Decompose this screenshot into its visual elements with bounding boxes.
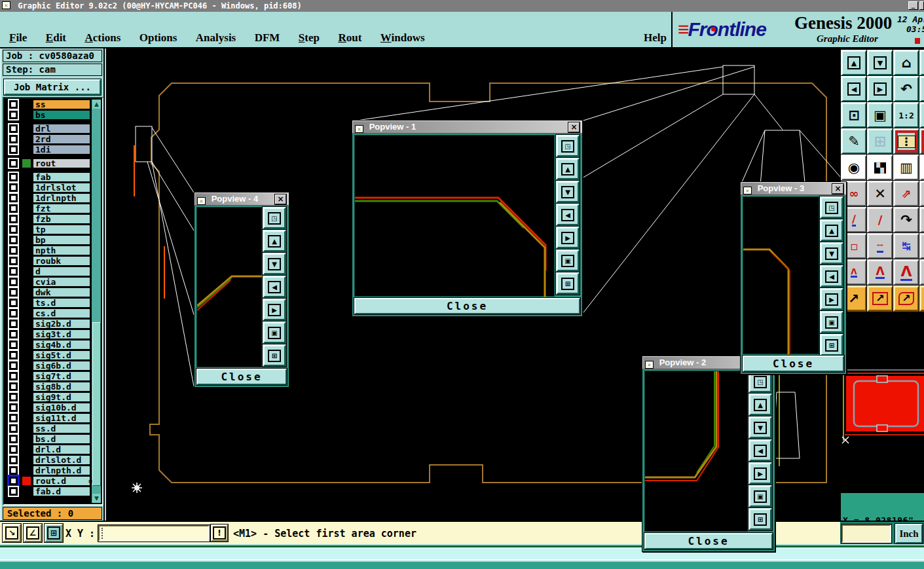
layer-scrollbar[interactable]: ▲ ▼ — [91, 100, 101, 503]
popview-tool-button[interactable]: ◀ — [263, 276, 286, 298]
layer-row[interactable]: 1drlnpth — [4, 193, 92, 204]
layer-row[interactable]: roubk — [4, 256, 92, 266]
layer-label[interactable]: sig10b.d — [33, 403, 90, 413]
popview-tool-button[interactable]: ▲ — [748, 394, 772, 416]
popview-tool-button[interactable]: ◀ — [748, 439, 772, 462]
popview-canvas[interactable] — [743, 196, 819, 354]
layer-label[interactable]: drl.d — [33, 445, 90, 454]
toolbar-button[interactable] — [919, 181, 924, 207]
layer-row[interactable]: sig9t.d — [4, 392, 92, 403]
menu-item[interactable]: Windows — [380, 31, 425, 45]
popview-canvas[interactable] — [354, 135, 555, 297]
layer-label[interactable]: drl — [33, 124, 90, 134]
popview-tool-button[interactable]: ◀ — [556, 204, 580, 226]
layer-row[interactable]: ts.d — [4, 298, 92, 308]
layer-label[interactable]: cvia — [33, 277, 90, 287]
popview-tool-button[interactable]: ▣ — [556, 249, 580, 272]
alert-button[interactable]: ! — [211, 524, 228, 541]
popview-tool-button[interactable]: ▲ — [263, 230, 286, 252]
layer-checkbox[interactable] — [9, 382, 18, 391]
toolbar-button[interactable]: ↶ — [893, 76, 919, 102]
layer-label[interactable]: 2rd — [33, 134, 90, 144]
layer-label[interactable]: fab — [33, 172, 90, 182]
layer-row[interactable]: sig8b.d — [4, 382, 92, 392]
close-button[interactable]: Close — [196, 369, 287, 385]
layer-checkbox[interactable] — [9, 111, 18, 119]
menu-item[interactable]: File — [9, 31, 27, 45]
toolbar-button[interactable]: ╌ — [867, 233, 893, 259]
popview-tool-button[interactable]: ⊞ — [263, 344, 286, 367]
layer-label[interactable]: tp — [33, 225, 90, 234]
toolbar-button[interactable]: ↹ — [893, 233, 919, 259]
layer-label[interactable]: cs.d — [33, 308, 90, 318]
layer-checkbox[interactable] — [9, 173, 18, 181]
layer-checkbox[interactable] — [9, 487, 18, 496]
layer-row[interactable]: fzt — [4, 204, 92, 214]
toolbar-button[interactable] — [919, 155, 924, 181]
toolbar-button[interactable]: ↗ — [867, 285, 893, 312]
layer-label[interactable]: bs.d — [33, 434, 90, 444]
layer-checkbox[interactable] — [9, 320, 18, 328]
layer-label[interactable]: dwk — [33, 287, 90, 297]
popview-tool-button[interactable]: ⊞ — [820, 334, 843, 356]
toolbar-button[interactable]: ▲ — [841, 50, 867, 76]
layer-row[interactable]: sig4b.d — [4, 340, 92, 350]
popview-canvas[interactable] — [196, 207, 262, 367]
menu-item[interactable]: Options — [139, 31, 177, 45]
layer-row[interactable]: sig11t.d — [4, 413, 92, 424]
popview-tool-button[interactable]: ▶ — [748, 462, 772, 485]
toolbar-button[interactable]: ⌂ — [893, 50, 919, 76]
menu-item[interactable]: DFM — [255, 31, 280, 45]
layer-label[interactable]: fzb — [33, 214, 90, 224]
layer-row[interactable]: sig7t.d — [4, 371, 92, 382]
toolbar-button[interactable] — [919, 76, 924, 102]
popview-tool-button[interactable]: ▶ — [556, 227, 580, 249]
layer-row[interactable]: sig3t.d — [4, 329, 92, 340]
layer-label[interactable]: sig2b.d — [33, 319, 90, 329]
layer-label[interactable]: ss — [33, 100, 90, 109]
layer-checkbox[interactable] — [9, 361, 18, 370]
toolbar-button[interactable] — [919, 285, 924, 312]
popview-tool-button[interactable]: ▶ — [820, 288, 843, 310]
menu-item[interactable]: Step — [299, 31, 320, 45]
close-icon[interactable]: × — [568, 122, 580, 132]
popview-tool-button[interactable]: ▼ — [556, 181, 580, 203]
layer-label[interactable]: npth — [33, 246, 90, 255]
layer-label[interactable]: roubk — [33, 256, 90, 266]
layer-checkbox[interactable] — [9, 393, 18, 401]
layer-row[interactable]: sig10b.d — [4, 403, 92, 413]
popview-tool-button[interactable]: ◳ — [263, 207, 286, 229]
layer-row[interactable]: d — [4, 266, 92, 277]
menu-item[interactable]: Edit — [46, 31, 66, 45]
layer-checkbox[interactable] — [9, 466, 18, 475]
layer-checkbox[interactable] — [9, 194, 18, 202]
layer-checkbox[interactable] — [9, 215, 18, 223]
layer-label[interactable]: bp — [33, 235, 90, 245]
layer-checkbox[interactable] — [9, 135, 18, 143]
layer-label[interactable]: sig4b.d — [33, 340, 90, 350]
toolbar-button[interactable]: ↷ — [893, 207, 919, 233]
toolbar-button[interactable]: ⋮ — [893, 128, 919, 155]
layer-label[interactable]: rout — [33, 158, 90, 168]
layer-row[interactable]: sig5t.d — [4, 350, 92, 361]
layer-label[interactable]: 1drlslot — [33, 183, 90, 193]
layer-row[interactable]: fab.d — [4, 486, 92, 497]
layer-label[interactable]: ts.d — [33, 298, 90, 308]
layer-checkbox[interactable] — [9, 278, 18, 286]
layer-row[interactable]: ss.d — [4, 424, 92, 434]
menu-item[interactable]: Actions — [84, 31, 120, 45]
popview-tool-button[interactable]: ▣ — [820, 311, 843, 333]
layer-row[interactable]: 1di — [4, 145, 92, 155]
popview-tool-button[interactable]: ▲ — [820, 219, 843, 242]
layer-row[interactable]: cs.d — [4, 308, 92, 319]
close-icon[interactable]: × — [275, 194, 286, 204]
toolbar-button[interactable]: ▣ — [867, 102, 893, 128]
layer-row[interactable]: npth — [4, 246, 92, 256]
layer-row[interactable]: bs — [4, 110, 92, 120]
popview-tool-button[interactable]: ⊞ — [748, 508, 772, 530]
layer-row[interactable]: cvia — [4, 277, 92, 287]
toolbar-button[interactable]: ▶ — [867, 76, 893, 102]
layer-checkbox[interactable] — [9, 145, 18, 154]
layer-checkbox[interactable] — [9, 100, 18, 109]
layer-checkbox[interactable] — [9, 330, 18, 339]
